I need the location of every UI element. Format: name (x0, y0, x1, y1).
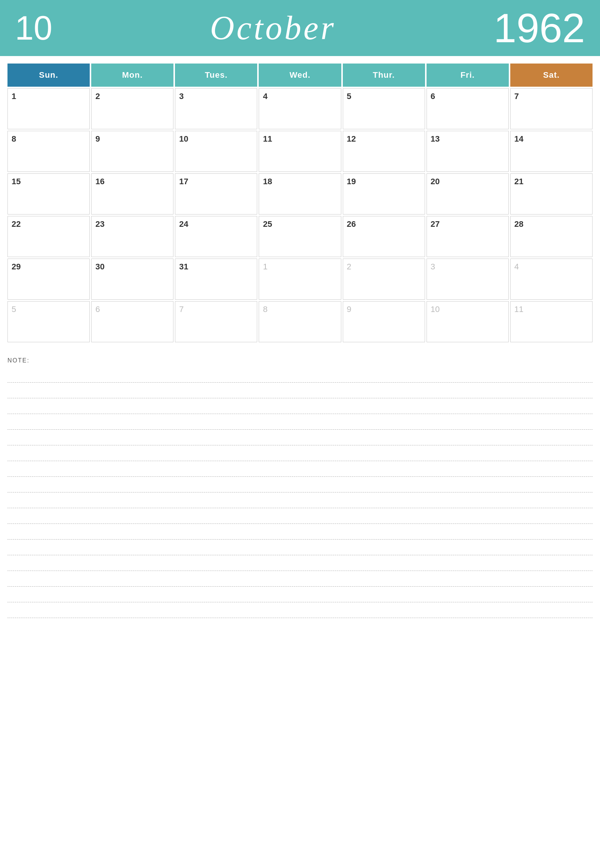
note-line (8, 524, 592, 540)
cal-cell-week3-day6: 28 (510, 216, 592, 257)
note-line (8, 461, 592, 477)
date-number: 6 (431, 92, 435, 101)
date-number: 30 (95, 262, 104, 271)
date-number: 23 (95, 219, 104, 229)
cal-cell-week2-day3: 18 (259, 173, 341, 215)
date-number: 7 (514, 92, 519, 101)
cal-cell-week0-day3: 4 (259, 88, 341, 129)
date-number: 11 (263, 134, 272, 144)
calendar-header: 10 October 1962 (0, 0, 600, 56)
date-number: 16 (95, 177, 104, 186)
cal-cell-week3-day2: 24 (175, 216, 257, 257)
date-number: 3 (431, 262, 435, 271)
date-number: 5 (12, 304, 16, 314)
cal-cell-week4-day4: 2 (343, 259, 425, 300)
date-number: 20 (431, 177, 439, 186)
day-header-sun: Sun. (8, 64, 90, 87)
day-header-sat: Sat. (510, 64, 592, 87)
cal-cell-week3-day5: 27 (427, 216, 509, 257)
cal-cell-week3-day0: 22 (8, 216, 90, 257)
date-number: 24 (179, 219, 188, 229)
note-line (8, 414, 592, 430)
cal-cell-week1-day4: 12 (343, 131, 425, 172)
date-number: 29 (12, 262, 21, 271)
date-number: 10 (431, 304, 439, 314)
date-number: 1 (263, 262, 267, 271)
cal-cell-week4-day0: 29 (8, 259, 90, 300)
cal-cell-week2-day5: 20 (427, 173, 509, 215)
cal-cell-week5-day1: 6 (91, 301, 173, 342)
cal-cell-week2-day1: 16 (91, 173, 173, 215)
note-line (8, 587, 592, 602)
date-number: 4 (263, 92, 267, 101)
date-number: 9 (347, 304, 352, 314)
cal-cell-week5-day0: 5 (8, 301, 90, 342)
cal-cell-week3-day3: 25 (259, 216, 341, 257)
note-line (8, 477, 592, 493)
cal-cell-week5-day4: 9 (343, 301, 425, 342)
date-number: 25 (263, 219, 272, 229)
cal-cell-week4-day2: 31 (175, 259, 257, 300)
cal-cell-week3-day1: 23 (91, 216, 173, 257)
cal-cell-week1-day5: 13 (427, 131, 509, 172)
note-line (8, 445, 592, 461)
date-number: 14 (514, 134, 523, 144)
date-number: 12 (347, 134, 356, 144)
notes-label: NOTE: (8, 357, 592, 364)
date-number: 1 (12, 92, 16, 101)
cal-cell-week4-day6: 4 (510, 259, 592, 300)
date-number: 8 (12, 134, 16, 144)
cal-cell-week0-day5: 6 (427, 88, 509, 129)
year: 1962 (494, 8, 585, 48)
day-header-tues: Tues. (175, 64, 257, 87)
day-headers: Sun.Mon.Tues.Wed.Thur.Fri.Sat. (8, 64, 592, 87)
date-number: 10 (179, 134, 188, 144)
cal-cell-week0-day2: 3 (175, 88, 257, 129)
note-line (8, 430, 592, 445)
notes-section: NOTE: (0, 350, 600, 618)
date-number: 5 (347, 92, 352, 101)
note-line (8, 571, 592, 587)
note-line (8, 508, 592, 524)
cal-cell-week0-day4: 5 (343, 88, 425, 129)
cal-cell-week4-day5: 3 (427, 259, 509, 300)
date-number: 3 (179, 92, 183, 101)
note-line (8, 493, 592, 508)
cal-cell-week0-day6: 7 (510, 88, 592, 129)
calendar-container: Sun.Mon.Tues.Wed.Thur.Fri.Sat. 123456789… (0, 56, 600, 346)
cal-cell-week2-day4: 19 (343, 173, 425, 215)
cal-cell-week2-day0: 15 (8, 173, 90, 215)
cal-cell-week1-day1: 9 (91, 131, 173, 172)
date-number: 18 (263, 177, 272, 186)
note-line (8, 398, 592, 414)
cal-cell-week2-day6: 21 (510, 173, 592, 215)
date-number: 17 (179, 177, 188, 186)
cal-cell-week0-day1: 2 (91, 88, 173, 129)
date-number: 31 (179, 262, 188, 271)
note-line (8, 540, 592, 555)
date-number: 21 (514, 177, 523, 186)
note-line (8, 555, 592, 571)
cal-cell-week1-day6: 14 (510, 131, 592, 172)
note-lines (8, 367, 592, 618)
date-number: 11 (514, 304, 523, 314)
note-line (8, 383, 592, 398)
date-number: 27 (431, 219, 439, 229)
date-number: 22 (12, 219, 21, 229)
note-line (8, 602, 592, 618)
cal-cell-week1-day2: 10 (175, 131, 257, 172)
date-number: 4 (514, 262, 519, 271)
date-number: 2 (95, 92, 100, 101)
calendar-grid: 1234567891011121314151617181920212223242… (8, 88, 592, 342)
month-name: October (210, 11, 336, 45)
cal-cell-week4-day1: 30 (91, 259, 173, 300)
date-number: 15 (12, 177, 21, 186)
day-header-mon: Mon. (91, 64, 173, 87)
date-number: 2 (347, 262, 352, 271)
cal-cell-week4-day3: 1 (259, 259, 341, 300)
cal-cell-week1-day0: 8 (8, 131, 90, 172)
date-number: 26 (347, 219, 356, 229)
cal-cell-week1-day3: 11 (259, 131, 341, 172)
date-number: 6 (95, 304, 100, 314)
cal-cell-week5-day3: 8 (259, 301, 341, 342)
